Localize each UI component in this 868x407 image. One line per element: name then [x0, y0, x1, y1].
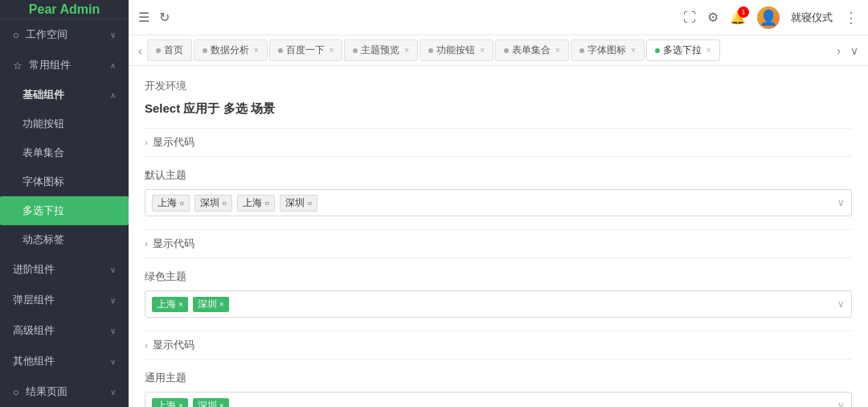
default-theme-select[interactable]: 上海 ○ 深圳 ○ 上海 ○ 深圳 ○ ∨ [145, 189, 852, 216]
tab-label-funcbtn: 功能按钮 [436, 43, 475, 57]
code-toggle-2[interactable]: › 显示代码 [145, 229, 852, 258]
sidebar-item-base[interactable]: 基础组件 ∧ [0, 80, 129, 109]
default-tag-shanghai-2-close[interactable]: ○ [264, 199, 269, 208]
bell-icon[interactable]: 🔔 1 [730, 10, 746, 25]
chevron-common: ∧ [110, 61, 116, 70]
settings-icon[interactable]: ⚙ [707, 10, 719, 25]
green-tag-shenzhen-close[interactable]: × [219, 300, 224, 309]
workspace-icon: ○ [13, 29, 19, 41]
fullscreen-icon[interactable]: ⛶ [683, 10, 696, 25]
tab-close-multiselect[interactable]: × [706, 46, 711, 55]
tab-label-home: 首页 [164, 43, 183, 57]
sidebar-item-dynamictag[interactable]: 动态标签 [0, 225, 129, 254]
menu-icon[interactable]: ☰ [138, 10, 149, 25]
tab-dot-multiselect [655, 48, 660, 53]
tab-label-fonticon: 字体图标 [588, 43, 626, 57]
theme-green-label: 绿色主题 [145, 269, 852, 284]
general-theme-select[interactable]: 上海 × 深圳 × ∨ [145, 392, 852, 407]
sidebar-item-highlevel[interactable]: 高级组件 ∨ [0, 315, 129, 346]
chevron-workspace: ∨ [110, 31, 116, 39]
sidebar-item-fonticon[interactable]: 字体图标 [0, 167, 129, 196]
chevron-base: ∧ [110, 91, 116, 100]
tab-next-btn[interactable]: › [833, 44, 844, 57]
tab-formset[interactable]: 表单集合 × [495, 39, 569, 61]
tab-close-formset[interactable]: × [555, 46, 560, 55]
tab-dot-data [203, 48, 207, 53]
env-label: 开发环境 [145, 79, 852, 93]
sidebar-item-multiselect[interactable]: 多选下拉 [0, 196, 129, 225]
component-title: Select 应用于 多选 场景 [145, 101, 852, 117]
tab-label-data: 数据分析 [211, 43, 249, 57]
tab-label-formset: 表单集合 [512, 43, 551, 57]
tab-multiselect[interactable]: 多选下拉 × [646, 39, 720, 61]
tab-data-analysis[interactable]: 数据分析 × [194, 39, 268, 61]
green-tag-shanghai-close[interactable]: × [178, 300, 183, 309]
tab-dot-formset [504, 48, 509, 53]
tab-baidu[interactable]: 百度一下 × [269, 39, 343, 61]
sidebar-label-funcbtn: 功能按钮 [23, 117, 64, 130]
tab-close-theme[interactable]: × [404, 46, 409, 55]
sidebar-label-modal: 弹层组件 [13, 293, 55, 307]
tab-label-baidu: 百度一下 [286, 43, 325, 57]
refresh-icon[interactable]: ↻ [159, 10, 170, 25]
sidebar-label-result: 结果页面 [26, 384, 68, 399]
sidebar-item-result[interactable]: ○ 结果页面 ∨ [0, 376, 129, 407]
green-theme-select[interactable]: 上海 × 深圳 × ∨ [145, 290, 852, 318]
sidebar-label-multiselect: 多选下拉 [23, 204, 64, 216]
tab-close-data[interactable]: × [254, 46, 259, 55]
default-tag-shanghai-1-close[interactable]: ○ [179, 199, 184, 208]
sidebar-logo: Pear Admin [0, 0, 129, 19]
code-toggle-label-1: 显示代码 [153, 135, 194, 150]
default-tag-shenzhen-2-close[interactable]: ○ [307, 199, 312, 208]
default-tag-shenzhen-1-close[interactable]: ○ [222, 199, 227, 208]
sidebar-item-funcbtn[interactable]: 功能按钮 [0, 109, 129, 138]
result-icon: ○ [13, 386, 19, 398]
default-select-arrow: ∨ [837, 197, 845, 208]
tab-dot-fonticon [579, 48, 584, 53]
tab-home[interactable]: 首页 [147, 39, 192, 61]
sidebar-item-modal[interactable]: 弹层组件 ∨ [0, 285, 129, 315]
chevron-advanced: ∨ [110, 265, 116, 274]
tab-dot-theme [353, 48, 358, 53]
code-toggle-label-2: 显示代码 [153, 236, 194, 251]
avatar: 👤 [757, 6, 780, 29]
code-arrow-3: › [145, 340, 148, 350]
code-toggle-1[interactable]: › 显示代码 [145, 128, 852, 157]
notification-badge: 1 [738, 6, 749, 18]
theme-general-label: 通用主题 [145, 371, 852, 385]
page-content: 开发环境 Select 应用于 多选 场景 › 显示代码 默认主题 上海 ○ 深… [129, 66, 868, 407]
default-tag-shenzhen-1: 深圳 ○ [194, 195, 232, 212]
green-select-arrow: ∨ [837, 298, 845, 310]
general-tag-shenzhen: 深圳 × [193, 398, 229, 408]
green-tag-shanghai: 上海 × [152, 297, 188, 312]
sidebar-label-advanced: 进阶组件 [13, 262, 55, 277]
tab-theme[interactable]: 主题预览 × [344, 39, 418, 61]
more-icon[interactable]: ⋮ [844, 9, 858, 27]
tab-label-theme: 主题预览 [361, 43, 399, 57]
theme-default-label: 默认主题 [145, 168, 852, 183]
tab-close-fonticon[interactable]: × [631, 46, 636, 55]
logo-text: Pear Admin [29, 2, 100, 17]
default-tag-shanghai-1: 上海 ○ [152, 195, 190, 212]
common-icon: ☆ [13, 60, 23, 72]
code-arrow-2: › [145, 239, 148, 249]
general-tag-shanghai: 上海 × [152, 398, 188, 408]
tab-close-funcbtn[interactable]: × [480, 46, 485, 55]
tab-close-baidu[interactable]: × [330, 46, 334, 55]
tab-funcbtn[interactable]: 功能按钮 × [420, 39, 493, 61]
sidebar-item-other[interactable]: 其他组件 ∨ [0, 346, 129, 376]
chevron-modal: ∨ [110, 296, 116, 305]
sidebar-label-fonticon: 字体图标 [23, 175, 64, 187]
tab-dropdown-btn[interactable]: ∨ [847, 44, 862, 57]
sidebar-item-workspace[interactable]: ○ 工作空间 ∨ [0, 19, 129, 50]
general-tag-shanghai-close[interactable]: × [178, 401, 183, 408]
tab-dot-funcbtn [428, 48, 433, 53]
general-tag-shenzhen-close[interactable]: × [219, 401, 224, 408]
sidebar-item-common[interactable]: ☆ 常用组件 ∧ [0, 50, 129, 80]
sidebar-item-formset[interactable]: 表单集合 [0, 138, 129, 167]
tab-prev-btn[interactable]: ‹ [135, 44, 145, 57]
sidebar-item-advanced[interactable]: 进阶组件 ∨ [0, 254, 129, 285]
theme-general-section: 通用主题 上海 × 深圳 × ∨ [145, 371, 852, 407]
code-toggle-3[interactable]: › 显示代码 [145, 331, 852, 360]
tab-fonticon[interactable]: 字体图标 × [571, 39, 645, 61]
